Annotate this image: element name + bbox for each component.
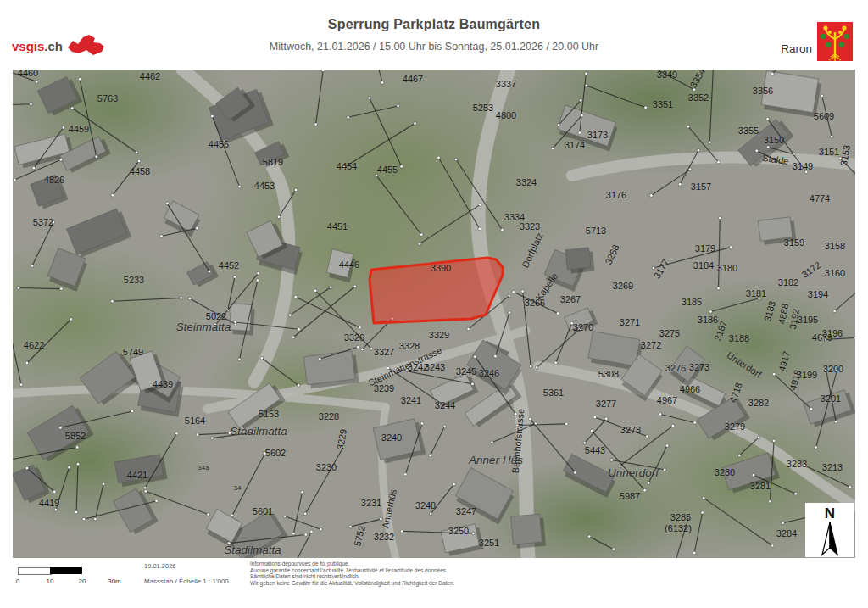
parcel-number-label: 3160 [825,268,845,278]
parcel-number-label: 3270 [573,322,593,332]
street-label: Unterdorf [726,349,764,379]
parcel-number-label: 4452 [219,260,239,271]
parcel-number-label: 5819 [263,157,283,167]
parcel-number-label: 4967 [657,395,677,405]
place-label: Steinmatta [176,321,231,333]
parcel-number-label: 4918 [787,369,803,392]
parcel-number-label: 3284 [776,528,797,538]
parcel-number-label: 3251 [479,538,499,548]
parcel-number-label: 3271 [620,317,640,327]
parcel-number-label: 4826 [44,175,64,185]
parcel-number-label: 34 [234,484,242,492]
scale-tick: 30m [108,577,121,585]
parcel-number-label: 3282 [748,398,769,408]
parcel-number-label: 3151 [819,147,839,157]
parcel-number-label: 3326 [344,332,364,343]
parcel-number-label: 3176 [606,190,626,200]
parcel-number-label: 3149 [793,161,813,171]
place-label: Stadilmatta [224,544,281,556]
parcel-number-label: 3228 [319,411,339,421]
parcel-number-label: 3281 [750,481,771,491]
parcel-number-label: 3327 [374,347,394,357]
scale-tick: 20 [79,577,86,585]
parcel-number-label: 5763 [97,93,118,103]
parcel-number-label: 5987 [620,491,640,501]
parcel-number-label: 3200 [823,364,843,374]
parcel-number-label: 3182 [778,277,798,287]
parcel-number-label: 5164 [185,416,205,426]
parcel-number-label: 4460 [18,70,38,78]
parcel-number-label: 3278 [620,425,641,435]
parcel-number-label: 3246 [479,368,499,378]
parcel-number-label: 3201 [821,393,841,404]
parcel-number-label: 3390 [431,263,451,273]
parcel-number-label: 4439 [153,379,173,389]
parcel-number-label: 3194 [808,289,828,299]
parcel-number-label: 3184 [693,260,714,271]
map-labels-layer: 4460446257634459445658194458482644535372… [13,70,855,558]
scale-tick: 0 [16,577,19,585]
page-title: Sperrung Parkplatz Baumgärten [0,17,868,32]
parcel-number-label: 5253 [473,103,493,113]
place-label: Stadilmatta [230,425,287,438]
parcel-number-label: 3180 [717,263,737,273]
disclaimer-line: Sämtliche Daten sind nicht rechtsverbind… [250,573,454,580]
parcel-number-label: 3229 [335,428,348,450]
parcel-number-label: 3158 [825,241,845,251]
parcel-number-label: 4419 [39,498,59,508]
parcel-number-label: 4421 [127,470,147,480]
parcel-number-label: 3230 [316,462,337,472]
parcel-number-label: 3245 [456,366,476,377]
parcel-number-label: 3177 [652,257,671,280]
parcel-number-label: 3275 [659,328,680,338]
disclaimer-line: Informations dépourvues de foi publique. [250,561,454,567]
parcel-number-label: 4679 [812,332,832,343]
parcel-number-label: 3159 [784,237,804,248]
parcel-number-label: 4454 [337,161,357,171]
parcel-number-label: 3329 [429,330,449,340]
print-date: 19.01.2026 [144,562,176,570]
parcel-number-label: 3277 [596,399,616,409]
parcel-number-label: 3195 [798,315,818,325]
parcel-number-label: 4774 [810,193,830,204]
parcel-number-label: 3276 [665,363,686,373]
parcel-number-label: 3351 [653,99,673,109]
parcel-number-label: 3153 [838,144,852,166]
parcel-number-label: 4917 [776,350,792,373]
parcel-number-label: 34a [198,464,209,471]
scale-bar-segment-black [50,567,82,574]
parcel-number-label: (6132) [665,523,692,533]
parcel-number-label: 3213 [822,462,843,472]
parcel-number-label: 3269 [613,281,633,291]
north-arrow-icon [813,521,847,556]
parcel-number-label: 3285 [670,512,691,522]
place-label: Änner Hüs [469,454,523,466]
parcel-number-label: 4455 [377,165,398,175]
parcel-number-label: 3324 [516,177,537,187]
north-arrow-box: N [805,503,854,557]
parcel-number-label: 3247 [456,506,476,516]
parcel-number-label: 4966 [680,384,700,394]
parcel-number-label: 3323 [520,221,540,231]
parcel-number-label: 5153 [259,409,279,419]
parcel-number-label: 3279 [725,421,745,432]
parcel-number-label: 3231 [361,498,381,508]
parcel-number-label: 3183 [762,300,777,323]
parcel-number-label: 3349 [657,70,677,80]
parcel-number-label: 4458 [130,166,150,176]
page-subtitle: Mittwoch, 21.01.2026 / 15.00 Uhr bis Son… [0,41,868,53]
parcel-number-label: 3240 [381,432,402,443]
disclaimer-text: Informations dépourvues de foi publique.… [250,561,454,586]
parcel-number-label: 3232 [374,532,394,542]
parcel-number-label: 5308 [598,369,619,379]
parcel-number-label: 3243 [425,362,445,372]
street-label: Annerhüs [380,488,398,530]
parcel-number-label: 4718 [727,381,744,404]
parcel-number-label: 3250 [448,526,469,536]
parcel-number-label: 5233 [124,275,144,285]
place-label: Unnerdorf [608,466,659,479]
north-label: N [825,506,835,521]
parcel-number-label: 5852 [65,431,86,441]
street-label: Stalde [762,153,790,166]
parcel-number-label: 3172 [800,259,823,280]
